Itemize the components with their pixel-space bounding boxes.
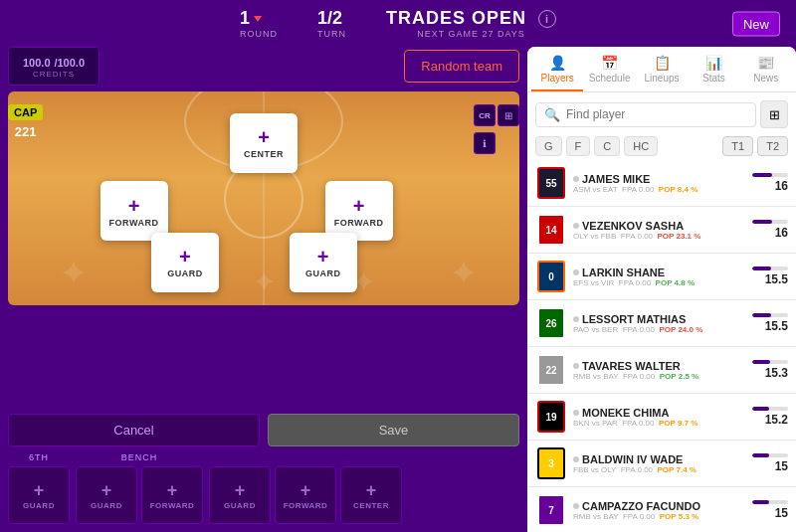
random-team-button[interactable]: Random team	[404, 50, 519, 83]
cap-badge: CAP	[8, 104, 43, 120]
player-fpa: FPA 0.00	[621, 465, 653, 474]
guard-left-position-card[interactable]: + GUARD	[151, 233, 219, 292]
player-stats: PAO vs BER FPA 0.00 POP 24.0 %	[573, 325, 746, 334]
bench-slot-5[interactable]: + CENTER	[340, 466, 402, 524]
player-score-area: 15.5	[752, 313, 788, 333]
tab-stats-label: Stats	[702, 73, 725, 84]
score-bar-wrap	[752, 313, 788, 317]
court-wrapper: ✦ ✦ ✦ ✦ ✦ + CENTER + FORWARD +	[8, 91, 519, 408]
player-stats: ASM vs EAT FPA 0.00 POP 8.4 %	[573, 185, 746, 194]
player-info: MONEKE CHIMA BKN vs PAR FPA 0.00 POP 9.7…	[573, 407, 746, 428]
bench-slot-1[interactable]: + GUARD	[76, 466, 137, 524]
bench-slot-4[interactable]: + FORWARD	[275, 466, 336, 524]
center-position-card[interactable]: + CENTER	[230, 113, 298, 173]
player-name: LARKIN SHANE	[582, 266, 665, 278]
tab-lineups[interactable]: 📋 Lineups	[636, 47, 688, 91]
search-input[interactable]	[566, 107, 747, 121]
player-row[interactable]: 7 CAMPAZZO FACUNDO RMB vs BAY FPA 0.00 P…	[527, 487, 796, 532]
player-row[interactable]: 0 LARKIN SHANE EFS vs VIR FPA 0.00 POP 4…	[527, 254, 796, 300]
jersey-number: 55	[537, 167, 565, 199]
new-button[interactable]: New	[732, 11, 780, 36]
info-circle-icon[interactable]: ℹ	[474, 132, 496, 154]
player-jersey: 7	[535, 492, 567, 528]
jersey-number: 14	[537, 214, 565, 246]
search-bar: 🔍 ⊞	[527, 92, 796, 132]
filter-c[interactable]: C	[594, 136, 620, 156]
cancel-button[interactable]: Cancel	[8, 414, 260, 446]
bench-slot-3[interactable]: + GUARD	[209, 466, 271, 524]
sixth-slots: + GUARD	[8, 466, 70, 524]
player-name: JAMES MIKE	[582, 173, 650, 185]
player-row[interactable]: 19 MONEKE CHIMA BKN vs PAR FPA 0.00 POP …	[527, 394, 796, 441]
score-bar	[752, 313, 771, 317]
basketball-court: ✦ ✦ ✦ ✦ ✦ + CENTER + FORWARD +	[8, 91, 519, 305]
player-jersey: 19	[535, 399, 567, 435]
player-jersey: 55	[535, 165, 567, 201]
player-row[interactable]: 14 VEZENKOV SASHA OLY vs FBB FPA 0.00 PO…	[527, 207, 796, 254]
filter-hc[interactable]: HC	[624, 136, 658, 156]
player-pop: POP 23.1 %	[658, 232, 701, 241]
player-team: BKN vs PAR	[573, 419, 618, 428]
tab-news[interactable]: 📰 News	[740, 47, 792, 91]
player-name: CAMPAZZO FACUNDO	[582, 500, 700, 512]
jersey-number: 7	[537, 494, 565, 526]
tab-schedule[interactable]: 📅 Schedule	[583, 47, 635, 91]
player-pop: POP 4.8 %	[656, 278, 695, 287]
guard-right-position-card[interactable]: + GUARD	[290, 233, 357, 292]
player-fpa: FPA 0.00	[619, 278, 651, 287]
player-fpa: FPA 0.00	[623, 372, 655, 381]
player-score-area: 16	[752, 173, 788, 193]
score-bar	[752, 500, 769, 504]
player-score-area: 15	[752, 500, 788, 520]
player-pop: POP 2.5 %	[660, 372, 698, 381]
main-content: 100.0 /100.0 CREDITS Random team CAP 221…	[0, 47, 796, 532]
tab-stats[interactable]: 📊 Stats	[688, 47, 739, 91]
tier-t2[interactable]: T2	[757, 136, 788, 156]
tab-news-label: News	[753, 73, 778, 84]
player-list[interactable]: 55 JAMES MIKE ASM vs EAT FPA 0.00 POP 8.…	[527, 160, 796, 532]
pos-dot	[573, 503, 579, 509]
player-team: EFS vs VIR	[573, 278, 614, 287]
lineups-icon: 📋	[654, 55, 671, 71]
score-bar-wrap	[752, 266, 788, 270]
player-score: 15	[760, 459, 788, 473]
filter-g[interactable]: G	[535, 136, 562, 156]
player-row[interactable]: 26 LESSORT MATHIAS PAO vs BER FPA 0.00 P…	[527, 300, 796, 347]
tab-players[interactable]: 👤 Players	[531, 47, 583, 91]
credits-amount: 100.0	[23, 57, 51, 69]
jersey-number: 3	[537, 447, 565, 479]
player-pop: POP 24.0 %	[659, 325, 702, 334]
pos-dot	[573, 456, 579, 462]
cr-icon[interactable]: CR	[474, 104, 496, 126]
save-button[interactable]: Save	[268, 414, 519, 446]
player-fpa: FPA 0.00	[621, 232, 653, 241]
tier-t1[interactable]: T1	[722, 136, 753, 156]
grid-view-icon[interactable]: ⊞	[498, 104, 519, 126]
cap-area: CAP 221	[8, 104, 43, 139]
player-row[interactable]: 22 TAVARES WALTER RMB vs BAY FPA 0.00 PO…	[527, 347, 796, 394]
action-row: Cancel Save	[8, 414, 519, 446]
player-row[interactable]: 55 JAMES MIKE ASM vs EAT FPA 0.00 POP 8.…	[527, 160, 796, 207]
round-value: 1	[240, 8, 250, 29]
info-icon[interactable]: i	[538, 10, 556, 28]
right-nav: 👤 Players 📅 Schedule 📋 Lineups 📊 Stats 📰…	[527, 47, 796, 92]
player-fpa: FPA 0.00	[623, 325, 655, 334]
bench-slot-2[interactable]: + FORWARD	[141, 466, 203, 524]
right-panel: 👤 Players 📅 Schedule 📋 Lineups 📊 Stats 📰…	[527, 47, 796, 532]
search-input-wrap: 🔍	[535, 102, 756, 127]
top-bar: 1 ROUND 1/2 TURN TRADES OPEN i NEXT GAME…	[0, 0, 796, 47]
score-bar	[752, 266, 771, 270]
tab-lineups-label: Lineups	[645, 73, 680, 84]
player-score: 15.5	[760, 272, 788, 286]
score-bar	[752, 407, 769, 411]
tab-schedule-label: Schedule	[589, 73, 631, 84]
view-toggle-button[interactable]: ⊞	[760, 100, 788, 128]
bench-slot-0[interactable]: + GUARD	[8, 466, 70, 524]
filter-f[interactable]: F	[566, 136, 591, 156]
player-name: VEZENKOV SASHA	[582, 220, 684, 232]
player-score-area: 15	[752, 453, 788, 473]
player-jersey: 22	[535, 352, 567, 388]
player-stats: RMB vs BAY FPA 0.00 POP 5.3 %	[573, 512, 746, 521]
player-row[interactable]: 3 BALDWIN IV WADE FBB vs OLY FPA 0.00 PO…	[527, 441, 796, 487]
pos-dot	[573, 176, 579, 182]
